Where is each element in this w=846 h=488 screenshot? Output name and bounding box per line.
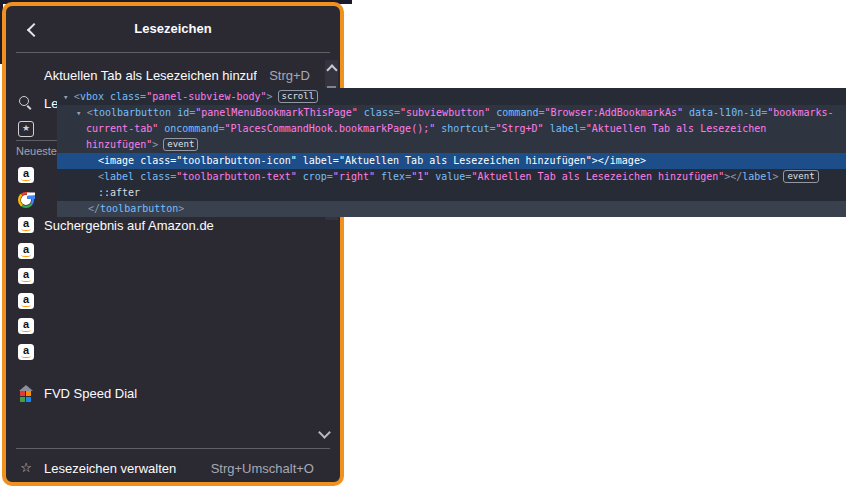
devtools-token: flex — [375, 171, 405, 182]
divider — [16, 52, 330, 53]
scroll-up-button[interactable] — [325, 66, 338, 82]
devtools-token: label — [742, 171, 772, 182]
devtools-token: "Aktuellen Tab als Lesezeichen hinzufüge… — [471, 171, 724, 182]
devtools-token: "panel-subview-body" — [146, 91, 266, 102]
devtools-token: "toolbarbutton-icon" — [176, 155, 296, 166]
devtools-token: > — [772, 171, 778, 182]
amazon-favicon-icon — [18, 243, 34, 259]
devtools-token: class — [104, 91, 140, 102]
manage-bookmarks-item[interactable]: Lesezeichen verwalten Strg+Umschalt+O — [6, 454, 340, 482]
devtools-token: class — [358, 107, 394, 118]
devtools-markup-line[interactable]: <image class="toolbarbutton-icon" label=… — [57, 153, 846, 169]
devtools-token: data-l10n-id — [683, 107, 761, 118]
bookmarks-panel: Lesezeichen Aktuellen Tab als Lesezeiche… — [2, 2, 344, 486]
devtools-markup-line[interactable]: ▾ <vbox class="panel-subview-body">scrol… — [57, 89, 846, 105]
amazon-favicon-icon — [18, 167, 34, 183]
devtools-markup-line[interactable]: hinzufügen">event — [57, 137, 846, 153]
chevron-up-icon — [326, 64, 337, 75]
devtools-token: ></ — [592, 155, 610, 166]
devtools-token: class — [134, 171, 170, 182]
bookmark-item[interactable] — [18, 263, 336, 288]
devtools-token: > — [640, 155, 646, 166]
devtools-token: ::after — [98, 187, 140, 198]
devtools-token: "Aktuellen Tab als Lesezeichen hinzufüge… — [339, 155, 592, 166]
devtools-token: oncommand — [158, 123, 218, 134]
devtools-badge[interactable]: event — [163, 138, 198, 151]
devtools-token: > — [267, 91, 273, 102]
devtools-token: toolbarbutton — [93, 107, 171, 118]
star-frame-icon — [18, 121, 34, 137]
devtools-token: command — [490, 107, 538, 118]
devtools-token: crop — [297, 171, 327, 182]
scroll-down-button[interactable] — [316, 426, 332, 442]
amazon-favicon-icon — [18, 217, 34, 233]
amazon-favicon-icon — [18, 293, 34, 309]
devtools-token: image — [610, 155, 640, 166]
bookmark-item[interactable] — [18, 314, 336, 339]
devtools-token: toolbarbutton — [100, 203, 178, 214]
bookmark-current-tab-shortcut: Strg+D — [269, 68, 310, 83]
speed-dial-grid-icon — [18, 385, 34, 401]
search-icon — [18, 95, 34, 111]
google-favicon-icon — [18, 192, 34, 208]
bookmark-item[interactable] — [18, 339, 336, 364]
devtools-badge[interactable]: event — [783, 170, 818, 183]
amazon-favicon-icon — [18, 268, 34, 284]
devtools-token: "PlacesCommandHook.bookmarkPage();" — [225, 123, 436, 134]
devtools-token: class — [134, 155, 170, 166]
devtools-badge[interactable]: scroll — [278, 90, 319, 103]
devtools-token: "1" — [411, 171, 429, 182]
manage-bookmarks-star-icon — [18, 460, 34, 476]
divider — [16, 448, 330, 449]
manage-bookmarks-shortcut: Strg+Umschalt+O — [211, 461, 314, 476]
devtools-token: hinzufügen" — [86, 139, 152, 150]
devtools-token: ></ — [724, 171, 742, 182]
bookmark-current-tab-label: Aktuellen Tab als Lesezeichen hinzufügen — [44, 68, 257, 83]
devtools-token: "toolbarbutton-text" — [176, 171, 296, 182]
bookmark-item[interactable] — [18, 288, 336, 313]
devtools-token: image — [104, 155, 134, 166]
manage-bookmarks-label: Lesezeichen verwalten — [44, 461, 199, 476]
devtools-token: ▾ — [76, 108, 87, 118]
speed-dial-item[interactable]: FVD Speed Dial — [6, 380, 340, 406]
panel-title: Lesezeichen — [6, 6, 340, 52]
speed-dial-label: FVD Speed Dial — [44, 386, 137, 401]
devtools-token: "Browser:AddBookmarkAs" — [544, 107, 682, 118]
amazon-favicon-icon — [18, 318, 34, 334]
devtools-token: label — [104, 171, 134, 182]
devtools-markup-line[interactable]: current-tab" oncommand="PlacesCommandHoo… — [57, 121, 846, 137]
devtools-token: vbox — [80, 91, 104, 102]
devtools-markup-line[interactable]: ::after — [57, 185, 846, 201]
devtools-token: "Aktuellen Tab als Lesezeichen — [586, 123, 767, 134]
bookmark-label: Suchergebnis auf Amazon.de — [44, 218, 214, 233]
devtools-token: > — [152, 139, 158, 150]
devtools-token: id — [171, 107, 189, 118]
devtools-markup-panel: ▾ <vbox class="panel-subview-body">scrol… — [57, 88, 846, 217]
bookmarks-panel-body: Lesezeichen Aktuellen Tab als Lesezeiche… — [6, 6, 340, 482]
devtools-token: "Strg+D" — [495, 123, 543, 134]
amazon-favicon-icon — [18, 344, 34, 360]
devtools-token: </ — [88, 203, 100, 214]
devtools-token: current-tab" — [86, 123, 158, 134]
devtools-token: > — [178, 203, 184, 214]
devtools-token: ▾ — [63, 92, 74, 102]
devtools-token: value — [429, 171, 465, 182]
devtools-markup-line[interactable]: </toolbarbutton> — [57, 201, 846, 217]
devtools-token: "bookmarks- — [767, 107, 833, 118]
devtools-token: shortcut — [435, 123, 489, 134]
devtools-token: "subviewbutton" — [400, 107, 490, 118]
chevron-down-icon — [318, 426, 331, 439]
devtools-token: label — [544, 123, 580, 134]
devtools-markup-line[interactable]: <label class="toolbarbutton-text" crop="… — [57, 169, 846, 185]
devtools-markup-line[interactable]: ▾ <toolbarbutton id="panelMenuBookmarkTh… — [57, 105, 846, 121]
bookmark-current-tab-item[interactable]: Aktuellen Tab als Lesezeichen hinzufügen… — [6, 62, 340, 88]
devtools-token: "right" — [333, 171, 375, 182]
devtools-token: label — [297, 155, 333, 166]
devtools-token: "panelMenuBookmarkThisPage" — [195, 107, 358, 118]
bookmark-item[interactable] — [18, 238, 336, 263]
